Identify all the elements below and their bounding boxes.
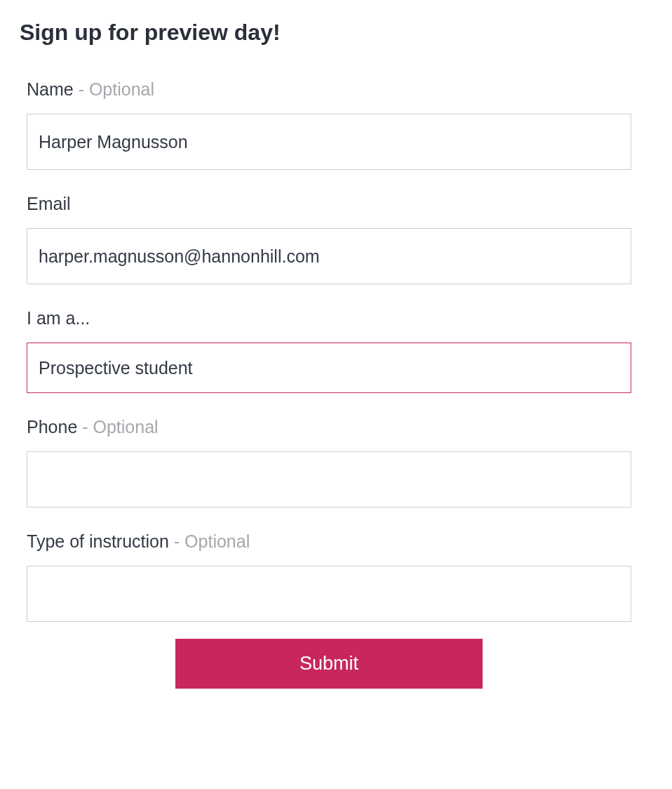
- phone-label: Phone - Optional: [27, 417, 631, 437]
- form-title: Sign up for preview day!: [20, 20, 652, 46]
- field-group-iam: I am a...: [27, 308, 631, 393]
- submit-wrap: Submit: [27, 639, 631, 689]
- phone-label-text: Phone: [27, 417, 77, 437]
- iam-label-text: I am a...: [27, 308, 90, 328]
- field-group-phone: Phone - Optional: [27, 417, 631, 508]
- email-input[interactable]: [27, 228, 631, 284]
- email-label: Email: [27, 194, 631, 214]
- name-label-text: Name: [27, 79, 74, 99]
- instruction-label-text: Type of instruction: [27, 531, 169, 551]
- name-label: Name - Optional: [27, 79, 631, 100]
- email-label-text: Email: [27, 194, 71, 213]
- name-label-optional: - Optional: [74, 79, 154, 99]
- phone-input[interactable]: [27, 451, 631, 508]
- phone-label-optional: - Optional: [77, 417, 158, 437]
- instruction-label: Type of instruction - Optional: [27, 531, 631, 552]
- instruction-input[interactable]: [27, 566, 631, 622]
- name-input[interactable]: [27, 114, 631, 170]
- submit-button[interactable]: Submit: [175, 639, 483, 689]
- field-group-name: Name - Optional: [27, 79, 631, 170]
- instruction-label-optional: - Optional: [169, 531, 250, 551]
- field-group-instruction: Type of instruction - Optional: [27, 531, 631, 622]
- form-body: Name - Optional Email I am a... Phone - …: [20, 79, 652, 689]
- iam-input[interactable]: [27, 343, 631, 393]
- field-group-email: Email: [27, 194, 631, 284]
- iam-label: I am a...: [27, 308, 631, 329]
